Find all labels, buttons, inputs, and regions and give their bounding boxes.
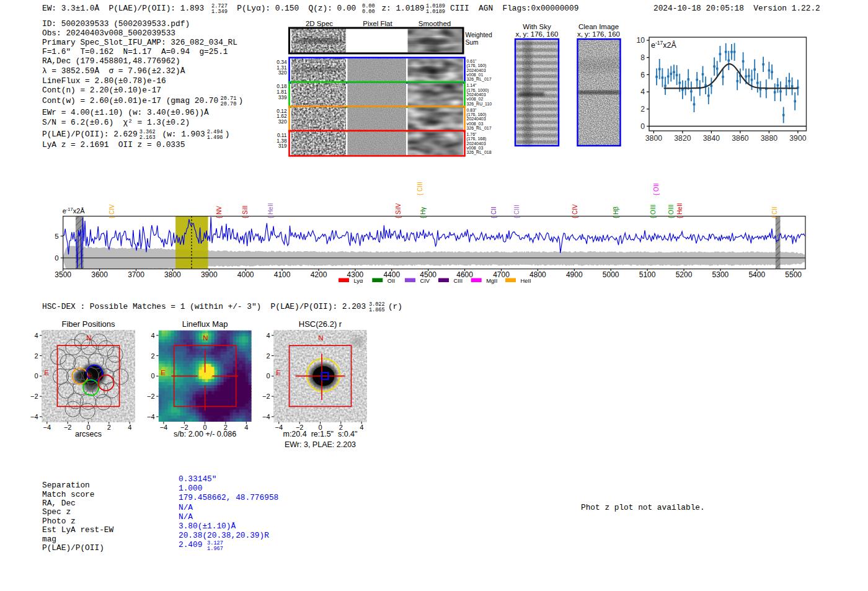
svg-text:Smoothed: Smoothed	[418, 20, 451, 27]
svg-text:N: N	[318, 334, 323, 342]
svg-text:0.33145": 0.33145"	[179, 474, 216, 484]
svg-text:4: 4	[34, 332, 38, 339]
svg-text:Weighted: Weighted	[466, 32, 493, 38]
svg-text:F=1.6" T=0.162 N=1.17 A=0.9: F=1.6" T=0.162 N=1.17 A=0.94 g=25.1	[42, 47, 228, 56]
svg-text:{ Hγ: { Hγ	[420, 207, 427, 218]
svg-text:1.000: 1.000	[179, 484, 202, 493]
svg-text:Match score: Match score	[42, 490, 94, 499]
svg-text:6: 6	[640, 71, 645, 79]
svg-text:z: 1.0189: z: 1.0189	[381, 4, 424, 13]
svg-text:320: 320	[278, 69, 287, 76]
svg-text:Obs: 20240403v008_5002039533: Obs: 20240403v008_5002039533	[42, 29, 175, 38]
svg-text:1.349: 1.349	[211, 9, 228, 15]
svg-text:N/A: N/A	[179, 503, 193, 512]
svg-text:4800: 4800	[529, 270, 546, 279]
svg-text:320: 320	[278, 118, 287, 125]
svg-text:5300: 5300	[712, 270, 729, 279]
svg-text:EW: 3.3±1.0Å P(LAE)/P(OII): 1: EW: 3.3±1.0Å P(LAE)/P(OII): 1.893	[42, 4, 204, 13]
svg-text:{ SiIV: { SiIV	[395, 203, 402, 218]
svg-text:2: 2	[107, 424, 111, 431]
svg-text:Fiber Positions: Fiber Positions	[62, 319, 115, 329]
svg-text:4900: 4900	[566, 270, 583, 279]
svg-text:1.76": 1.76"	[467, 132, 477, 136]
svg-text:1.967: 1.967	[207, 546, 223, 552]
svg-text:arcsecs: arcsecs	[75, 430, 102, 438]
svg-text:HSC(26.2) r: HSC(26.2) r	[299, 319, 342, 329]
svg-text:EWr: 3, PLAE: 2.203: EWr: 3, PLAE: 2.203	[285, 440, 356, 449]
svg-text:3860: 3860	[732, 134, 748, 143]
svg-text:Spec z: Spec z	[42, 507, 71, 517]
svg-text:5100: 5100	[639, 270, 656, 279]
svg-text:1.865: 1.865	[369, 307, 385, 313]
svg-text:CIII AGN Flags:0x00000009: CIII AGN Flags:0x00000009	[450, 4, 578, 13]
svg-text:e-17x2Å: e-17x2Å	[651, 40, 676, 50]
svg-text:2024-10-18 20:05:18 Version 1: 2024-10-18 20:05:18 Version 1.22.2	[653, 4, 820, 13]
svg-text:339: 339	[278, 94, 287, 100]
svg-text:N/A: N/A	[179, 512, 193, 522]
svg-text:Clean Image: Clean Image	[578, 23, 619, 30]
svg-text:{ CIII: { CIII	[417, 182, 423, 195]
svg-text:1.14": 1.14"	[467, 83, 477, 87]
svg-text:−4: −4	[30, 413, 38, 420]
svg-text:2: 2	[34, 352, 38, 360]
svg-text:{ CII: { CII	[771, 207, 778, 218]
svg-text:{ NV: { NV	[216, 206, 223, 218]
svg-text:−4: −4	[147, 413, 155, 420]
svg-text:20240403: 20240403	[467, 92, 486, 97]
svg-text:P(LAE)/P(OII): P(LAE)/P(OII)	[42, 543, 104, 553]
svg-text:3900: 3900	[789, 134, 806, 143]
svg-text:HeII: HeII	[521, 278, 531, 284]
svg-text:3800: 3800	[645, 134, 662, 143]
svg-text:N: N	[86, 334, 91, 342]
svg-text:5500: 5500	[785, 270, 802, 279]
svg-text:4: 4	[128, 424, 131, 431]
svg-text:CIV: CIV	[420, 278, 430, 284]
svg-text:4100: 4100	[274, 270, 291, 279]
svg-text:20.38(20.38,20.39)R: 20.38(20.38,20.39)R	[179, 531, 269, 540]
svg-text:20240403: 20240403	[467, 68, 486, 73]
svg-text:{ CIII: { CIII	[513, 205, 520, 218]
svg-text:Separation: Separation	[42, 481, 90, 490]
svg-text:S/N = 6.2(±0.6) χ² = 1.3(±0.2: S/N = 6.2(±0.6) χ² = 1.3(±0.2)	[42, 118, 190, 127]
svg-text:0: 0	[640, 122, 645, 131]
svg-text:{ OII: { OII	[653, 184, 660, 195]
svg-text:{ CIV: { CIV	[108, 204, 115, 218]
svg-text:{ CIV: { CIV	[572, 204, 578, 218]
svg-text:E: E	[276, 369, 281, 376]
svg-text:): )	[225, 130, 230, 139]
svg-text:5000: 5000	[603, 270, 619, 279]
svg-text:{ HeII: { HeII	[267, 203, 274, 218]
svg-text:20.70: 20.70	[221, 101, 237, 107]
svg-text:m:20.4 re:1.5" s:0.4": m:20.4 re:1.5" s:0.4"	[283, 430, 357, 438]
svg-text:−4: −4	[275, 424, 283, 431]
svg-text:−2: −2	[64, 424, 72, 431]
svg-text:Lyα: Lyα	[354, 278, 363, 284]
svg-text:3.80(±1.10)Å: 3.80(±1.10)Å	[179, 522, 236, 531]
svg-text:{ CII: { CII	[490, 207, 497, 218]
svg-text:3600: 3600	[91, 270, 108, 279]
svg-text:0: 0	[266, 372, 270, 380]
svg-text:Cont(w) = 2.60(±0.01)e-17 (gma: Cont(w) = 2.60(±0.01)e-17 (gmag 20.70	[42, 96, 218, 105]
svg-text:mag: mag	[42, 535, 56, 544]
svg-text:λ = 3852.59Å σ = 7.96(±2.32)Å: λ = 3852.59Å σ = 7.96(±2.32)Å	[42, 66, 185, 76]
svg-text:2: 2	[151, 352, 154, 360]
svg-text:326_RL_017: 326_RL_017	[467, 77, 492, 82]
svg-text:e-17x2Å: e-17x2Å	[63, 207, 86, 215]
svg-text:Cont(n) = 2.20(±0.10)e-17: Cont(n) = 2.20(±0.10)e-17	[42, 86, 161, 95]
svg-text:0: 0	[34, 372, 38, 380]
svg-text:3500: 3500	[55, 270, 71, 279]
svg-text:−2: −2	[30, 393, 38, 400]
svg-text:s/b: 2.00 +/- 0.086: s/b: 2.00 +/- 0.086	[174, 430, 236, 438]
svg-text:20240403: 20240403	[467, 117, 486, 121]
svg-text:Est LyA rest-EW: Est LyA rest-EW	[42, 525, 114, 535]
svg-text:10: 10	[636, 36, 645, 45]
svg-text:5400: 5400	[748, 270, 765, 279]
svg-text:With Sky: With Sky	[523, 23, 551, 30]
svg-text:4: 4	[244, 424, 248, 431]
svg-text:{ OIII: { OIII	[650, 205, 657, 218]
svg-text:−4: −4	[43, 424, 51, 431]
svg-text:ID: 5002039533 (5002039533.pdf: ID: 5002039533 (5002039533.pdf)	[42, 19, 190, 29]
svg-text:Photo z: Photo z	[42, 517, 76, 526]
svg-text:4: 4	[640, 87, 645, 96]
svg-text:20240403: 20240403	[467, 141, 486, 146]
